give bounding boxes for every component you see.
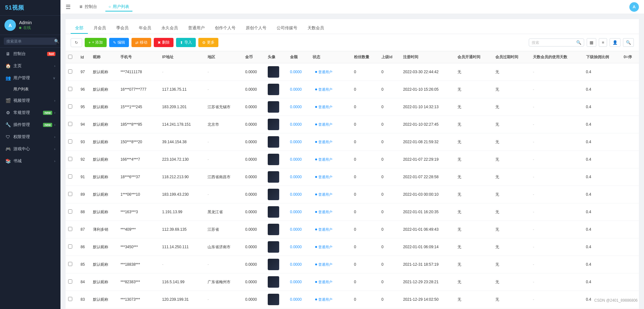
row-checkbox[interactable] [68, 157, 72, 161]
add-button[interactable]: + + 添加 [85, 38, 107, 47]
dashboard-icon: 🖥 [5, 51, 11, 56]
amount-link[interactable]: 0.0000 [290, 262, 302, 267]
amount-link[interactable]: 0.0000 [290, 105, 302, 109]
chevron-right-icon: › [54, 64, 55, 68]
row-region: - [205, 81, 243, 98]
empty-cell: - [533, 262, 534, 267]
row-nickname: 薄利多销 [90, 221, 118, 238]
row-checkbox[interactable] [68, 87, 72, 91]
sidebar-item-user-list[interactable]: 用户列表 [0, 84, 60, 95]
sidebar-item-perm-mgmt[interactable]: 🛡 权限管理 › [0, 131, 60, 143]
empty-cell: - [533, 297, 534, 302]
row-phone: ***3450*** [118, 238, 159, 256]
filter-tab-permanent[interactable]: 永久会员 [157, 23, 182, 34]
amount-link[interactable]: 0.0000 [290, 175, 302, 179]
topbar-tab-dashboard[interactable]: 🖥 控制台 [76, 3, 100, 11]
row-commission: 0.4 [584, 273, 621, 291]
filter-tab-yearly[interactable]: 年会员 [134, 23, 156, 34]
amount-link[interactable]: 0.0000 [290, 210, 302, 214]
row-checkbox[interactable] [68, 209, 72, 214]
row-checkbox[interactable] [68, 139, 72, 144]
amount-link[interactable]: 0.0000 [290, 245, 302, 249]
sidebar-item-game-center[interactable]: 🎮 游戏中心 › [0, 143, 60, 155]
row-id: 97 [78, 63, 90, 81]
filter-tab-all[interactable]: 全部 [71, 23, 88, 34]
refresh-button[interactable]: ↻ [71, 38, 82, 47]
row-id: 87 [78, 221, 90, 238]
amount-link[interactable]: 0.0000 [290, 157, 302, 162]
sidebar-item-home[interactable]: 🏠 主页 › [0, 60, 60, 72]
menu-toggle-icon[interactable]: ☰ [66, 4, 71, 11]
sidebar-item-general-mgmt[interactable]: ⚙ 常规管理 new › [0, 107, 60, 119]
topbar-user-avatar[interactable]: A [629, 2, 639, 12]
sidebar-item-dashboard[interactable]: 🖥 控制台 hot [0, 48, 60, 60]
row-status: 普通用户 [310, 291, 351, 308]
delete-button[interactable]: ✖ 删除 [154, 38, 173, 47]
sidebar-search-box[interactable]: 🔍 [4, 38, 57, 45]
amount-link[interactable]: 0.0000 [290, 122, 302, 127]
avatar: A [4, 19, 16, 31]
filter-tab-company[interactable]: 公司传媒号 [272, 23, 302, 34]
row-checkbox[interactable] [68, 297, 72, 301]
row-checkbox[interactable] [68, 69, 72, 74]
row-phone: ***82383*** [118, 273, 159, 291]
row-tiandao-days: - [530, 98, 584, 116]
row-gold: 0.0000 [243, 291, 265, 308]
table-search-input[interactable] [532, 40, 576, 45]
empty-cell: - [162, 262, 163, 267]
more-button[interactable]: ⚙ 更多 [198, 38, 218, 47]
row-checkbox[interactable] [68, 227, 72, 231]
filter-tab-creator-personal[interactable]: 创作个人号 [210, 23, 240, 34]
amount-link[interactable]: 0.0000 [290, 280, 302, 284]
row-checkbox[interactable] [68, 192, 72, 196]
edit-button[interactable]: ✎ 编辑 [109, 38, 129, 47]
row-vip-expire: 无 [493, 256, 530, 273]
select-all-checkbox[interactable] [68, 55, 72, 59]
amount-link[interactable]: 0.0000 [290, 192, 302, 197]
list-view-button[interactable]: ≡ [599, 38, 607, 47]
row-checkbox[interactable] [68, 244, 72, 249]
row-checkbox[interactable] [68, 104, 72, 109]
filter-tab-quarterly[interactable]: 季会员 [112, 23, 133, 34]
row-checkbox[interactable] [68, 279, 72, 284]
column-header: 注册时间 [400, 51, 455, 63]
filter-tab-normal[interactable]: 普通用户 [184, 23, 209, 34]
sidebar-item-video-mgmt[interactable]: 🎬 视频管理 › [0, 95, 60, 107]
sidebar-search-section: 🔍 [0, 35, 60, 48]
row-parent-id: 0 [379, 151, 400, 168]
amount-link[interactable]: 0.0000 [290, 297, 302, 302]
amount-link[interactable]: 0.0000 [290, 87, 302, 92]
delete-icon: ✖ [158, 40, 161, 45]
sidebar-search-input[interactable] [6, 39, 54, 44]
grid-view-button[interactable]: ▦ [587, 38, 596, 47]
table-row: 83默认昵称***13073***120.239.199.31-0.00000.… [66, 291, 639, 308]
row-checkbox[interactable] [68, 174, 72, 179]
sidebar-item-plugin-mgmt[interactable]: 🔧 插件管理 new › [0, 119, 60, 131]
sidebar-item-user-mgmt[interactable]: 👥 用户管理 ∨ [0, 72, 60, 84]
filter-tab-tiandao[interactable]: 天数会员 [303, 23, 329, 34]
table-row: 94默认昵称185***8***85114.241.178.151北京市0.00… [66, 116, 639, 133]
import-button[interactable]: ⬆ 导入 [176, 38, 196, 47]
page-content: 全部月会员季会员年会员永久会员普通用户创作个人号原创个人号公司传媒号天数会员 ↻… [60, 14, 644, 309]
amount-link[interactable]: 0.0000 [290, 70, 302, 74]
topbar-tab-user-list[interactable]: ○ 用户列表 [105, 3, 132, 11]
search-execute-button[interactable]: 🔍 [623, 38, 634, 47]
row-select-cell [66, 256, 78, 273]
user-view-button[interactable]: 👤 [610, 38, 620, 47]
move-button[interactable]: ⇄ 移动 [131, 38, 151, 47]
row-checkbox[interactable] [68, 262, 72, 266]
row-tiandao-days: - [530, 151, 584, 168]
filter-tab-original-personal[interactable]: 原创个人号 [241, 23, 271, 34]
row-checkbox[interactable] [68, 122, 72, 126]
sidebar-item-bookstore[interactable]: 📚 书城 › [0, 155, 60, 167]
row-tiandao-days: - [530, 203, 584, 221]
filter-tab-monthly[interactable]: 月会员 [89, 23, 110, 34]
settings-icon: ⚙ [5, 110, 11, 115]
logo-text: 51视频 [5, 4, 24, 11]
row-tiandao-days: - [530, 238, 584, 256]
row-avatar [265, 186, 287, 203]
amount-link[interactable]: 0.0000 [290, 227, 302, 232]
amount-link[interactable]: 0.0000 [290, 140, 302, 144]
table-search-box[interactable]: 🔍 [529, 39, 584, 46]
row-ip: 118.212.213.90 [159, 168, 205, 186]
